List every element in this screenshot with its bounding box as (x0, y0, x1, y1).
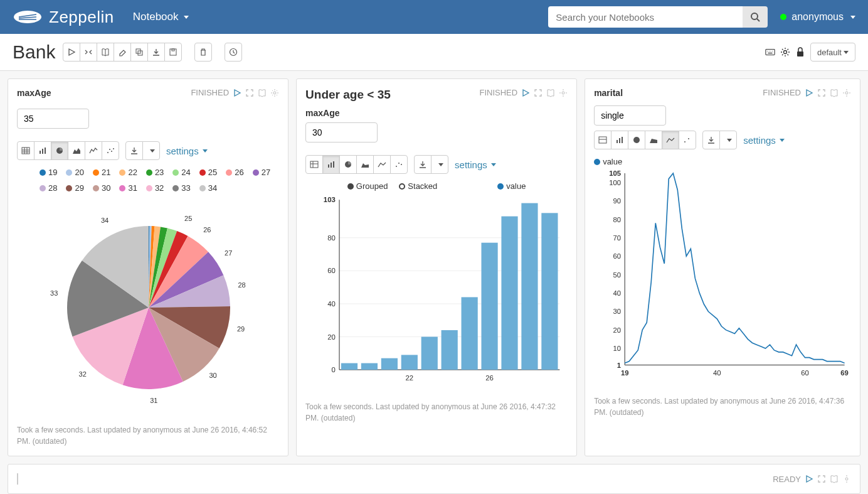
settings-link[interactable]: settings (166, 146, 208, 156)
legend-item[interactable]: 30 (93, 183, 110, 193)
download-button[interactable] (414, 155, 431, 174)
line-chart-button[interactable] (373, 155, 391, 174)
table-chart-button[interactable] (17, 141, 34, 160)
gear-icon[interactable] (270, 89, 279, 97)
legend-item[interactable]: 20 (66, 168, 83, 177)
copy-icon (135, 48, 144, 56)
grouped-toggle[interactable]: Grouped (347, 181, 388, 191)
swatch-icon (40, 185, 46, 191)
bar-chart-button[interactable] (34, 141, 51, 160)
legend-item[interactable]: 24 (172, 168, 190, 177)
legend-item[interactable]: 28 (40, 183, 57, 193)
svg-point-10 (767, 51, 768, 51)
download-button[interactable] (125, 141, 143, 160)
svg-rect-70 (421, 336, 438, 370)
svg-rect-67 (381, 358, 398, 370)
settings-link[interactable]: settings (743, 135, 785, 146)
run-all-button[interactable] (63, 43, 80, 62)
delete-button[interactable] (194, 43, 212, 62)
legend-item[interactable]: 32 (146, 183, 164, 193)
clone-button[interactable] (130, 43, 148, 62)
area-chart-button[interactable] (68, 141, 85, 160)
notebook-menu[interactable]: Notebook (133, 11, 189, 23)
legend-item[interactable]: 29 (66, 183, 83, 193)
table-chart-button[interactable] (594, 131, 611, 149)
play-icon[interactable] (805, 89, 813, 97)
svg-rect-45 (328, 164, 329, 168)
hide-output-button[interactable] (97, 43, 114, 62)
expand-icon[interactable] (817, 89, 826, 97)
play-icon[interactable] (521, 89, 530, 97)
legend-item[interactable]: 27 (253, 168, 270, 177)
search-button[interactable] (743, 6, 768, 28)
expand-icon[interactable] (534, 89, 542, 97)
legend-item[interactable]: 21 (93, 168, 110, 177)
scatter-chart-button[interactable] (679, 131, 696, 149)
mode-button[interactable]: default (810, 43, 855, 62)
marital-select[interactable]: single (594, 105, 666, 126)
gear-icon[interactable] (842, 475, 851, 483)
book-icon[interactable] (258, 89, 267, 97)
value-legend[interactable]: value (497, 181, 526, 191)
paragraph-title: Under age < 35 (305, 88, 391, 102)
area-chart-button[interactable] (356, 155, 374, 174)
stacked-toggle[interactable]: Stacked (399, 181, 437, 191)
play-icon[interactable] (233, 89, 241, 97)
svg-point-78 (845, 92, 848, 94)
gear-icon[interactable] (842, 89, 851, 97)
book-icon[interactable] (830, 89, 839, 97)
book-icon[interactable] (546, 89, 555, 97)
download-button[interactable] (702, 131, 720, 149)
book-icon[interactable] (830, 475, 839, 483)
pie-chart-button[interactable] (339, 155, 357, 174)
bar-chart-button[interactable] (611, 131, 628, 149)
hide-code-button[interactable] (80, 43, 97, 62)
legend-item[interactable]: 34 (199, 183, 217, 193)
expand-icon[interactable] (817, 475, 826, 483)
download-options-button[interactable] (142, 141, 160, 160)
save-version-icon (169, 48, 177, 56)
legend-item[interactable]: 31 (119, 183, 137, 193)
gear-icon[interactable] (559, 89, 568, 97)
scheduler-button[interactable] (225, 43, 242, 62)
logo[interactable]: Zeppelin (13, 8, 114, 27)
expand-icon[interactable] (245, 89, 254, 97)
version-button[interactable] (164, 43, 182, 62)
gear-icon[interactable] (780, 47, 790, 57)
legend-item[interactable]: 19 (40, 168, 57, 177)
legend-item[interactable]: 23 (146, 168, 164, 177)
area-chart-button[interactable] (645, 131, 662, 149)
line-chart-button[interactable] (85, 141, 102, 160)
download-options-button[interactable] (719, 131, 737, 149)
bar-chart-button[interactable] (322, 155, 340, 174)
lock-icon[interactable] (795, 47, 805, 57)
table-chart-button[interactable] (305, 155, 323, 174)
maxage-input[interactable] (17, 109, 89, 129)
scatter-chart-button[interactable] (390, 155, 408, 174)
play-icon (67, 48, 76, 56)
clear-output-button[interactable] (114, 43, 131, 62)
paragraph-empty[interactable]: READY (8, 464, 860, 494)
svg-point-51 (401, 164, 402, 165)
search-input[interactable] (548, 6, 743, 28)
keyboard-icon[interactable] (765, 47, 775, 57)
notebook-title[interactable]: Bank (13, 41, 55, 63)
maxage-input[interactable] (305, 122, 378, 142)
scatter-chart-button[interactable] (102, 141, 119, 160)
user-menu[interactable]: anonymous (780, 11, 855, 23)
legend-item[interactable]: 26 (226, 168, 243, 177)
pie-chart-button[interactable] (51, 141, 68, 160)
svg-text:90: 90 (613, 197, 622, 205)
export-button[interactable] (147, 43, 165, 62)
svg-point-29 (111, 151, 112, 152)
pie-chart-button[interactable] (628, 131, 645, 149)
legend-item[interactable]: 22 (119, 168, 137, 177)
line-chart-button[interactable] (662, 131, 679, 149)
legend-item[interactable]: 33 (172, 183, 190, 193)
value-legend[interactable]: value (594, 157, 842, 166)
settings-link[interactable]: settings (455, 159, 496, 170)
legend-item[interactable]: 25 (199, 168, 217, 177)
download-options-button[interactable] (431, 155, 448, 174)
play-icon[interactable] (805, 475, 813, 483)
svg-point-41 (562, 92, 564, 94)
